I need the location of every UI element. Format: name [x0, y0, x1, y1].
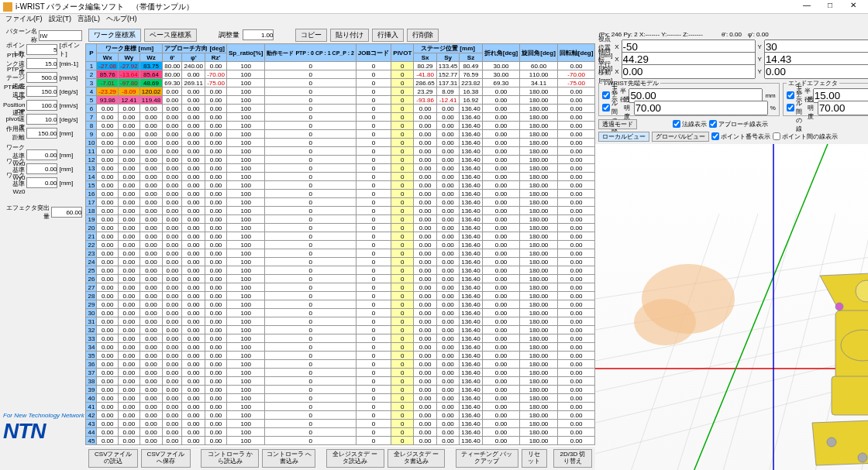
minimize-button[interactable]: ― [795, 1, 818, 13]
ptp-stage-input[interactable] [26, 72, 57, 83]
table-row[interactable]: 4-23.29-8.09120.020.000.000.0010000023.2… [86, 87, 595, 96]
table-row[interactable]: 400.000.000.000.000.000.001000000.000.00… [86, 394, 595, 403]
table-row[interactable]: 260.000.000.000.000.000.001000000.000.00… [86, 275, 595, 283]
work-dist-input[interactable] [26, 128, 57, 139]
table-row[interactable]: 280.000.000.000.000.000.001000000.000.00… [86, 292, 595, 300]
table-row[interactable]: 150.000.000.000.000.000.001000000.000.00… [86, 181, 595, 190]
table-row[interactable]: 285.76-13.6485.6480.000.00-70.00100000-4… [86, 70, 595, 79]
menu-help[interactable]: ヘルプ(H) [104, 14, 140, 26]
table-row[interactable]: 90.000.000.000.000.000.001000000.000.001… [86, 130, 595, 139]
effector-input[interactable] [51, 207, 82, 218]
table-row[interactable]: 430.000.000.000.000.000.001000000.000.00… [86, 420, 595, 428]
eff-line-check[interactable] [787, 104, 794, 111]
reg-save-button[interactable]: 全レジスタデ ータ書込み [388, 449, 446, 468]
eff-trans-input[interactable] [818, 101, 868, 115]
work-cs-button[interactable]: ワーク座標系 [88, 29, 141, 42]
wb-wx-input[interactable] [26, 149, 57, 160]
svg-point-20 [827, 437, 836, 447]
wb-wz-input[interactable] [26, 177, 57, 188]
table-row[interactable]: 390.000.000.000.000.000.001000000.000.00… [86, 386, 595, 394]
table-row[interactable]: 593.8612.41119.480.000.000.00100000-93.8… [86, 96, 595, 105]
cp-pivot-input[interactable] [26, 114, 57, 125]
local-view-button[interactable]: ローカルビュー [598, 132, 649, 142]
par-x-input[interactable] [622, 64, 756, 79]
top-toolbar: ワーク座標系 ベース座標系 調整量 コピー 貼り付け 行挿入 行削除 [85, 26, 595, 43]
table-row[interactable]: 320.000.000.000.000.000.001000000.000.00… [86, 326, 595, 334]
table-row[interactable]: 450.000.000.000.000.000.001000000.000.00… [86, 437, 595, 445]
row-insert-button[interactable]: 行挿入 [372, 29, 404, 42]
table-row[interactable]: 340.000.000.000.000.000.001000000.000.00… [86, 343, 595, 352]
table-row[interactable]: 330.000.000.000.000.000.001000000.000.00… [86, 334, 595, 343]
reset-button[interactable]: リセット [522, 449, 547, 468]
teaching-button[interactable]: ティーチング バックアップ [456, 449, 518, 468]
table-row[interactable]: 410.000.000.000.000.000.001000000.000.00… [86, 403, 595, 411]
window-title: i-WRIST パラメータ編集ソフト （帯価サンプル） [16, 2, 795, 12]
table-row[interactable]: 70.000.000.000.000.000.001000000.000.001… [86, 113, 595, 122]
table-row[interactable]: 370.000.000.000.000.000.001000000.000.00… [86, 369, 595, 377]
table-row[interactable]: 310.000.000.000.000.000.001000000.000.00… [86, 317, 595, 326]
table-row[interactable]: 190.000.000.000.000.000.001000000.000.00… [86, 215, 595, 224]
ptline-check[interactable] [773, 132, 780, 140]
table-row[interactable]: 230.000.000.000.000.000.001000000.000.00… [86, 249, 595, 258]
2d3d-toggle-button[interactable]: 2D/3D 切り替え [553, 449, 593, 468]
table-row[interactable]: 270.000.000.000.000.000.001000000.000.00… [86, 283, 595, 292]
table-row[interactable]: 1-27.08-27.9283.7580.00240.000.001000008… [86, 62, 595, 70]
menu-language[interactable]: 言語(L) [75, 14, 102, 26]
table-row[interactable]: 380.000.000.000.000.000.001000000.000.00… [86, 377, 595, 386]
row-delete-button[interactable]: 行削除 [407, 29, 439, 42]
maximize-button[interactable]: □ [818, 1, 842, 13]
ctrl-load-button[interactable]: コントローラ から読込み [201, 449, 259, 468]
table-row[interactable]: 100.000.000.000.000.000.001000000.000.00… [86, 139, 595, 147]
table-row[interactable]: 350.000.000.000.000.000.001000000.000.00… [86, 352, 595, 360]
tip-trans-input[interactable] [634, 101, 768, 115]
table-row[interactable]: 440.000.000.000.000.000.001000000.000.00… [86, 428, 595, 437]
ctrl-save-button[interactable]: コントローラ へ書込み [262, 449, 315, 468]
table-row[interactable]: 200.000.000.000.000.000.001000000.000.00… [86, 224, 595, 232]
global-view-button[interactable]: グローバルビュー [652, 132, 709, 142]
approach-check[interactable] [709, 120, 717, 128]
table-row[interactable]: 160.000.000.000.000.000.001000000.000.00… [86, 190, 595, 198]
3d-viewport[interactable] [595, 144, 868, 470]
par-y-input[interactable] [764, 64, 868, 79]
point-count-input[interactable] [26, 44, 57, 55]
table-row[interactable]: 60.000.000.000.000.000.001000000.000.001… [86, 105, 595, 113]
wb-wy-input[interactable] [26, 163, 57, 174]
reg-load-button[interactable]: 全レジスタデ ータ読込み [326, 449, 384, 468]
ptp-rz-input[interactable] [26, 86, 57, 97]
table-row[interactable]: 130.000.000.000.000.000.001000000.000.00… [86, 164, 595, 173]
paste-button[interactable]: 貼り付け [330, 29, 369, 42]
cp-pos-input[interactable] [26, 100, 57, 111]
data-table-wrap[interactable]: P ワーク座標 [mm] アプローチ方向 [deg] Sp_ratio[%] 動… [85, 43, 595, 447]
table-row[interactable]: 240.000.000.000.000.000.001000000.000.00… [86, 258, 595, 266]
ptnum-check[interactable] [711, 132, 719, 140]
pattern-name-input[interactable] [39, 30, 82, 41]
table-row[interactable]: 120.000.000.000.000.000.001000000.000.00… [86, 156, 595, 164]
normal-check[interactable] [673, 120, 680, 128]
bottom-toolbar: CSVファイル の読込 CSVファイル へ保存 コントローラ から読込み コント… [85, 447, 595, 470]
table-row[interactable]: 80.000.000.000.000.000.001000000.000.001… [86, 122, 595, 130]
adjust-input[interactable] [243, 29, 274, 40]
table-row[interactable]: 290.000.000.000.000.000.001000000.000.00… [86, 300, 595, 309]
app-icon [3, 2, 12, 12]
copy-button[interactable]: コピー [295, 29, 327, 42]
csv-load-button[interactable]: CSVファイル の読込 [88, 449, 138, 468]
menu-file[interactable]: ファイル(F) [3, 14, 45, 26]
csv-save-button[interactable]: CSVファイル へ保存 [141, 449, 191, 468]
base-cs-button[interactable]: ベース座標系 [144, 29, 197, 42]
tip-line-check[interactable] [602, 104, 610, 111]
table-row[interactable]: 3-7.01-97.8048.6969.30269.11-75.00100000… [86, 79, 595, 87]
trans-mode-button[interactable]: 透過モード [598, 119, 637, 129]
table-row[interactable]: 420.000.000.000.000.000.001000000.000.00… [86, 411, 595, 420]
table-row[interactable]: 140.000.000.000.000.000.001000000.000.00… [86, 173, 595, 181]
table-row[interactable]: 220.000.000.000.000.000.001000000.000.00… [86, 241, 595, 249]
menu-settings[interactable]: 設定(T) [46, 14, 74, 26]
ptp-link-input[interactable] [26, 58, 57, 69]
table-row[interactable]: 250.000.000.000.000.000.001000000.000.00… [86, 266, 595, 275]
table-row[interactable]: 170.000.000.000.000.000.001000000.000.00… [86, 198, 595, 207]
close-button[interactable]: ✕ [842, 1, 865, 13]
table-row[interactable]: 210.000.000.000.000.000.001000000.000.00… [86, 232, 595, 241]
table-row[interactable]: 110.000.000.000.000.000.001000000.000.00… [86, 147, 595, 156]
table-row[interactable]: 360.000.000.000.000.000.001000000.000.00… [86, 360, 595, 369]
table-row[interactable]: 180.000.000.000.000.000.001000000.000.00… [86, 207, 595, 215]
table-row[interactable]: 300.000.000.000.000.000.001000000.000.00… [86, 309, 595, 317]
